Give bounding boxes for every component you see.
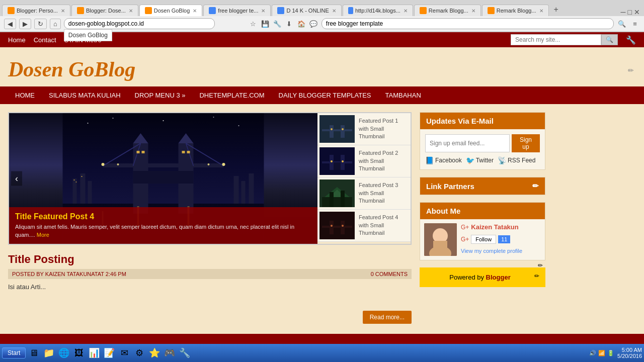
reload-button[interactable]: ↻ <box>34 19 47 29</box>
link-partners-edit-icon[interactable]: ✏ <box>532 182 539 191</box>
site-search-button[interactable]: 🔍 <box>601 34 618 45</box>
svg-point-48 <box>331 160 333 162</box>
tab-4-close[interactable]: ✕ <box>261 8 265 14</box>
browser-icons: ☆ 💾 🔧 ⬇ 🏠 💬 <box>248 19 318 29</box>
address-input[interactable] <box>64 18 215 29</box>
tab-8[interactable]: Remark Blogg... ✕ <box>482 5 549 16</box>
rss-link[interactable]: 📡 RSS Feed <box>498 156 535 164</box>
tab-1-close[interactable]: ✕ <box>61 8 65 14</box>
post-meta: POSTED BY KAIZEN TATAKUNATAT 2:46 PM 0 C… <box>8 269 412 279</box>
follow-button[interactable]: Follow <box>471 235 496 244</box>
site-search-input[interactable] <box>511 34 601 45</box>
tab-2[interactable]: Blogger: Dose... ✕ <box>71 5 138 16</box>
site-title-bar: Dosen GoBlog ✏ <box>0 47 644 86</box>
facebook-link[interactable]: 📘 Facebook <box>425 156 462 164</box>
email-widget-body: Sign up 📘 Facebook 🐦 Twitter 📡 <box>420 129 545 169</box>
tab-5-close[interactable]: ✕ <box>332 8 336 14</box>
favicon-7 <box>420 7 427 14</box>
svg-rect-59 <box>322 226 352 228</box>
twitter-link[interactable]: 🐦 Twitter <box>466 156 494 164</box>
new-tab-button[interactable]: + <box>550 3 562 16</box>
back-button[interactable]: ◀ <box>4 19 16 29</box>
view-profile-link[interactable]: View my complete profile <box>461 248 522 254</box>
svg-rect-39 <box>341 125 345 138</box>
tab-6-close[interactable]: ✕ <box>404 8 408 14</box>
powered-edit-icon[interactable]: ✏ <box>534 273 539 280</box>
svg-rect-25 <box>88 181 92 204</box>
nav-daily-blogger[interactable]: DAILY BLOGGER TEMPLATES <box>272 86 378 104</box>
facebook-label: Facebook <box>435 157 462 164</box>
nav-drop-menu[interactable]: DROP MENU 3 » <box>128 86 193 104</box>
tab-8-close[interactable]: ✕ <box>539 8 543 14</box>
post-meta-left: POSTED BY KAIZEN TATAKUNATAT 2:46 PM <box>12 271 126 277</box>
tab-6[interactable]: http://d14k.blogs... ✕ <box>343 5 413 16</box>
download-icon[interactable]: ⬇ <box>284 19 294 29</box>
tab-3-close[interactable]: ✕ <box>193 8 197 14</box>
tab-3[interactable]: Dosen GoBlog ✕ <box>139 5 203 16</box>
svg-rect-28 <box>249 173 254 204</box>
nav-tambahan[interactable]: TAMBAHAN <box>378 86 428 104</box>
tab-3-label: Dosen GoBlog <box>154 8 190 14</box>
sync-icon[interactable]: 💬 <box>308 19 318 29</box>
top-nav-contact[interactable]: Contact <box>34 36 56 44</box>
featured-more-link[interactable]: More <box>37 232 49 238</box>
thumb-3-svg <box>319 179 355 207</box>
favicon-3 <box>145 7 152 14</box>
blogger-link[interactable]: Blogger <box>486 274 511 281</box>
menu-icon[interactable]: ≡ <box>630 19 640 29</box>
top-nav-home[interactable]: Home <box>8 36 26 44</box>
tab-2-close[interactable]: ✕ <box>129 8 133 14</box>
browser-search-input[interactable] <box>321 18 614 29</box>
thumb-img-2 <box>319 147 355 175</box>
tab-5[interactable]: D 14 K - ONLINE ✕ <box>272 5 341 16</box>
thumb-item-4[interactable]: Featured Post 4 with Small Thumbnail <box>317 210 411 242</box>
tab-bar: Blogger: Perso... ✕ Blogger: Dose... ✕ D… <box>0 0 644 16</box>
save-icon[interactable]: 💾 <box>260 19 270 29</box>
thumb-1-svg <box>319 115 355 143</box>
twitter-label: Twitter <box>476 157 494 164</box>
extensions-icon[interactable]: 🔧 <box>272 19 282 29</box>
about-edit-icon[interactable]: ✏ <box>536 260 545 271</box>
minimize-button[interactable]: ─ <box>621 8 626 16</box>
svg-rect-47 <box>334 162 341 170</box>
browser-chrome: Blogger: Perso... ✕ Blogger: Dose... ✕ D… <box>0 0 644 32</box>
favicon-5 <box>277 7 284 14</box>
nav-silabus[interactable]: SILABUS MATA KULIAH <box>42 86 128 104</box>
address-tooltip: Dosen GoBlog <box>64 29 112 41</box>
svg-point-49 <box>342 160 344 162</box>
tab-1[interactable]: Blogger: Perso... ✕ <box>2 5 70 16</box>
thumb-img-3 <box>319 179 355 207</box>
thumb-item-1[interactable]: Featured Post 1 with Small Thumbnail <box>317 113 411 145</box>
svg-rect-31 <box>82 176 83 177</box>
email-feed-input[interactable] <box>425 134 510 152</box>
bookmark-star-icon[interactable]: ☆ <box>248 19 258 29</box>
thumb-item-3[interactable]: Featured Post 3 with Small Thumbnail <box>317 177 411 210</box>
svg-rect-43 <box>319 147 355 175</box>
home-nav-icon[interactable]: 🏠 <box>296 19 306 29</box>
home-button[interactable]: ⌂ <box>50 19 61 29</box>
address-bar: ◀ ▶ ↻ ⌂ Dosen GoBlog ☆ 💾 🔧 ⬇ 🏠 💬 🔍 ≡ <box>0 16 644 32</box>
wrench-icon[interactable]: 🔧 <box>626 35 636 45</box>
nav-dhetemplate[interactable]: DHETEMPLATE.COM <box>192 86 271 104</box>
maximize-button[interactable]: □ <box>628 8 632 16</box>
thumb-4-label: Featured Post 4 with Small Thumbnail <box>359 214 409 237</box>
tab-4-label: free blogger te... <box>218 8 258 14</box>
search-button[interactable]: 🔍 <box>617 19 627 29</box>
svg-rect-17 <box>142 151 145 153</box>
tab-7[interactable]: Remark Blogg... ✕ <box>414 5 481 16</box>
rss-label: RSS Feed <box>508 157 535 164</box>
slider-prev-button[interactable]: ‹ <box>11 171 22 186</box>
svg-point-34 <box>163 120 164 121</box>
tab-7-close[interactable]: ✕ <box>471 8 475 14</box>
nav-home[interactable]: HOME <box>8 86 42 104</box>
signup-button[interactable]: Sign up <box>512 134 540 152</box>
edit-pencil-icon[interactable]: ✏ <box>628 66 634 74</box>
forward-button[interactable]: ▶ <box>19 19 31 29</box>
thumb-item-2[interactable]: Featured Post 2 with Small Thumbnail <box>317 145 411 177</box>
close-window-button[interactable]: ✕ <box>634 8 640 16</box>
read-more-button[interactable]: Read more... <box>363 311 412 324</box>
main-nav: HOME SILABUS MATA KULIAH DROP MENU 3 » D… <box>0 86 644 104</box>
favicon-6 <box>348 7 353 14</box>
tab-4[interactable]: free blogger te... ✕ <box>203 5 271 16</box>
svg-rect-6 <box>103 163 224 167</box>
